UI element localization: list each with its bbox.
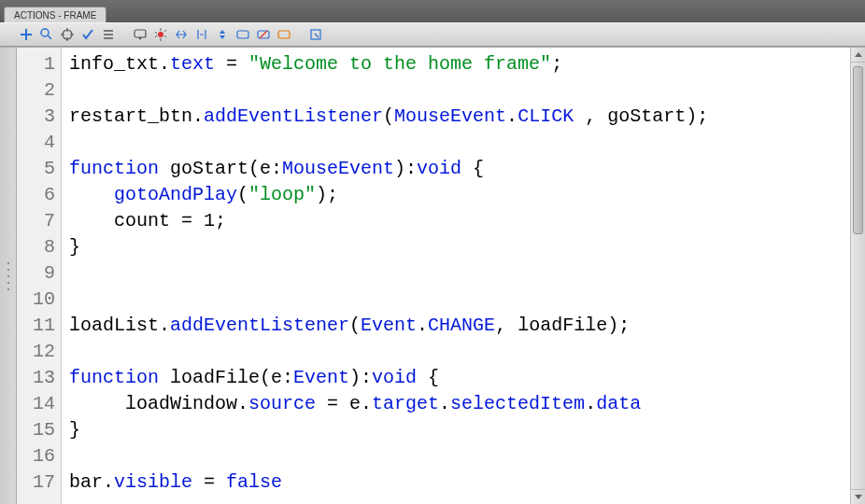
code-line[interactable]: restart_btn.addEventListener(MouseEvent.… — [69, 104, 865, 130]
svg-rect-2 — [135, 30, 146, 37]
line-number: 17 — [17, 469, 61, 496]
scroll-thumb[interactable] — [853, 66, 863, 234]
line-number: 12 — [17, 339, 61, 365]
auto-format-icon[interactable] — [101, 27, 116, 42]
panel-collapse-handle[interactable] — [0, 48, 17, 504]
code-line[interactable] — [69, 443, 865, 469]
code-line[interactable] — [69, 130, 865, 156]
find-icon[interactable] — [39, 27, 54, 42]
collapse-selection-icon[interactable] — [194, 27, 209, 42]
code-line[interactable]: gotoAndPlay("loop"); — [69, 182, 865, 208]
comment-icon[interactable] — [235, 27, 250, 42]
code-line[interactable]: function goStart(e:MouseEvent):void { — [69, 156, 865, 182]
line-number: 13 — [17, 365, 61, 391]
line-number: 16 — [17, 443, 61, 469]
scroll-up-arrow[interactable] — [851, 48, 865, 63]
code-line[interactable] — [69, 77, 865, 104]
code-line[interactable]: loadList.addEventListener(Event.CHANGE, … — [69, 313, 865, 339]
actions-panel: ACTIONS - FRAME 123456789101112131415161… — [0, 0, 865, 504]
line-number: 2 — [17, 77, 61, 104]
flag-icon[interactable] — [277, 27, 291, 42]
line-number: 8 — [17, 234, 61, 260]
line-number: 1 — [17, 51, 61, 77]
line-number: 9 — [17, 260, 61, 287]
code-editor[interactable]: 1234567891011121314151617 info_txt.text … — [0, 47, 865, 504]
line-number: 5 — [17, 156, 61, 182]
svg-rect-4 — [237, 31, 248, 38]
toolbar — [0, 22, 865, 47]
code-line[interactable]: } — [69, 417, 865, 443]
code-line[interactable]: function loadFile(e:Event):void { — [69, 365, 865, 391]
vertical-scrollbar[interactable] — [850, 48, 865, 504]
line-number: 15 — [17, 417, 61, 443]
line-number: 4 — [17, 130, 61, 156]
uncomment-icon[interactable] — [256, 27, 271, 42]
line-number-gutter: 1234567891011121314151617 — [17, 48, 62, 504]
svg-rect-6 — [278, 31, 290, 38]
panel-tab[interactable]: ACTIONS - FRAME — [4, 7, 106, 22]
collapse-brace-icon[interactable] — [174, 27, 189, 42]
code-line[interactable]: loadWindow.source = e.target.selectedIte… — [69, 391, 865, 417]
code-line[interactable]: bar.visible = false — [69, 469, 865, 496]
check-syntax-icon[interactable] — [80, 27, 95, 42]
pin-script-icon[interactable] — [308, 27, 323, 42]
svg-point-3 — [158, 32, 163, 37]
line-number: 3 — [17, 104, 61, 130]
code-text[interactable]: info_txt.text = "Welcome to the home fra… — [62, 48, 865, 504]
code-line[interactable]: count = 1; — [69, 208, 865, 234]
code-line[interactable]: info_txt.text = "Welcome to the home fra… — [69, 51, 865, 77]
svg-point-0 — [41, 29, 49, 36]
line-number: 6 — [17, 182, 61, 208]
code-line[interactable] — [69, 339, 865, 365]
code-line[interactable] — [69, 287, 865, 313]
line-number: 10 — [17, 287, 61, 313]
code-line[interactable]: } — [69, 234, 865, 260]
line-number: 7 — [17, 208, 61, 234]
line-number: 11 — [17, 313, 61, 339]
add-script-icon[interactable] — [19, 27, 34, 42]
code-line[interactable] — [69, 260, 865, 287]
scroll-down-arrow[interactable] — [851, 489, 865, 504]
target-icon[interactable] — [60, 27, 75, 42]
code-hint-icon[interactable] — [133, 27, 148, 42]
expand-all-icon[interactable] — [215, 27, 230, 42]
panel-titlebar: ACTIONS - FRAME — [0, 0, 865, 22]
debug-icon[interactable] — [153, 27, 168, 42]
line-number: 14 — [17, 391, 61, 417]
